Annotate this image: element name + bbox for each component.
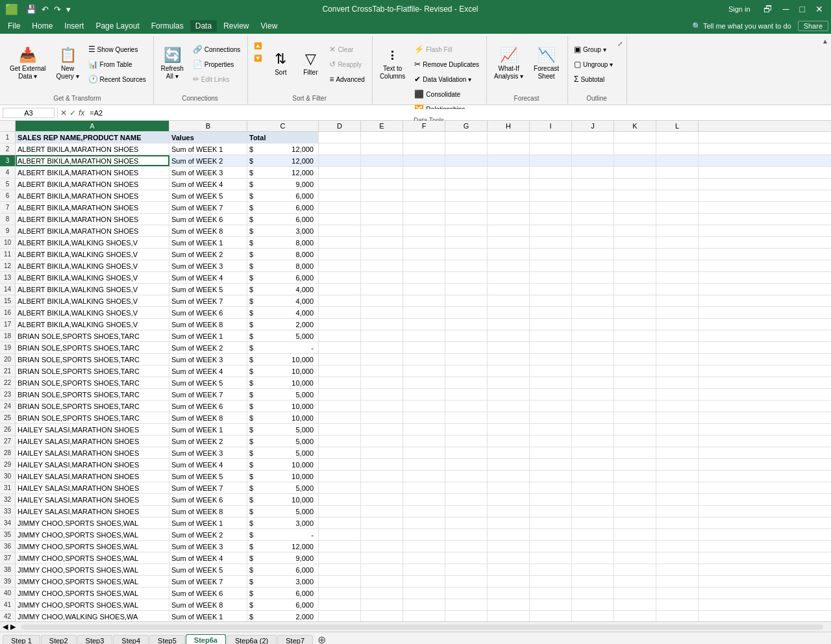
cell-B29[interactable]: Sum of WEEK 4 — [169, 459, 247, 470]
cell-D16[interactable] — [319, 307, 361, 318]
cell-E14[interactable] — [361, 284, 403, 295]
cell-I19[interactable] — [530, 342, 572, 353]
cell-E6[interactable] — [361, 190, 403, 201]
row-num-33[interactable]: 33 — [0, 506, 15, 517]
row-num-38[interactable]: 38 — [0, 564, 15, 576]
scroll-area[interactable]: ◀ ▶ — [0, 621, 831, 632]
cell-B6[interactable]: Sum of WEEK 5 — [169, 190, 247, 201]
row-num-40[interactable]: 40 — [0, 588, 15, 599]
cell-G32[interactable] — [445, 494, 488, 505]
cell-H23[interactable] — [488, 389, 530, 400]
ungroup-button[interactable]: ▢ Ungroup ▾ — [571, 58, 616, 71]
cell-K16[interactable] — [614, 307, 656, 318]
cell-C23[interactable]: $5,000 — [247, 389, 319, 400]
cell-A11[interactable]: ALBERT BIKILA,WALKING SHOES,V — [16, 249, 169, 260]
cell-G2[interactable] — [445, 143, 488, 155]
cell-A22[interactable]: BRIAN SOLE,SPORTS SHOES,TARC — [16, 377, 169, 388]
formula-input[interactable] — [87, 109, 828, 117]
cell-G39[interactable] — [445, 576, 488, 587]
cell-F13[interactable] — [403, 272, 445, 283]
cell-D32[interactable] — [319, 494, 361, 505]
cell-D27[interactable] — [319, 436, 361, 447]
cell-G26[interactable] — [445, 424, 488, 435]
cell-G11[interactable] — [445, 249, 488, 260]
cell-F10[interactable] — [403, 237, 445, 248]
cell-F14[interactable] — [403, 284, 445, 295]
cell-L4[interactable] — [656, 167, 699, 178]
cell-J29[interactable] — [572, 459, 614, 470]
cell-J3[interactable] — [572, 155, 614, 166]
cell-G7[interactable] — [445, 202, 488, 213]
cell-B12[interactable]: Sum of WEEK 3 — [169, 260, 247, 271]
col-header-H[interactable]: H — [488, 121, 530, 131]
cell-J1[interactable] — [572, 132, 614, 143]
text-to-columns-button[interactable]: ⫶ Text toColumns — [375, 38, 410, 90]
cell-D40[interactable] — [319, 588, 361, 599]
cell-J4[interactable] — [572, 167, 614, 178]
cell-B42[interactable]: Sum of WEEK 1 — [169, 611, 247, 621]
cell-J24[interactable] — [572, 401, 614, 412]
cell-D26[interactable] — [319, 424, 361, 435]
cell-C28[interactable]: $5,000 — [247, 447, 319, 458]
cell-K39[interactable] — [614, 576, 656, 587]
cell-H42[interactable] — [488, 611, 530, 621]
cell-E7[interactable] — [361, 202, 403, 213]
sheet-tab-step-1[interactable]: Step 1 — [3, 635, 40, 644]
row-num-5[interactable]: 5 — [0, 179, 15, 190]
cell-I34[interactable] — [530, 517, 572, 528]
cell-J33[interactable] — [572, 506, 614, 517]
cell-K35[interactable] — [614, 529, 656, 540]
cell-B7[interactable]: Sum of WEEK 7 — [169, 202, 247, 213]
cell-H7[interactable] — [488, 202, 530, 213]
show-queries-button[interactable]: ☰ Show Queries — [85, 43, 149, 56]
cell-J35[interactable] — [572, 529, 614, 540]
row-num-10[interactable]: 10 — [0, 237, 15, 249]
cell-C34[interactable]: $3,000 — [247, 517, 319, 528]
cell-B31[interactable]: Sum of WEEK 7 — [169, 482, 247, 493]
cell-I2[interactable] — [530, 143, 572, 155]
cell-F41[interactable] — [403, 599, 445, 610]
cell-A9[interactable]: ALBERT BIKILA,MARATHON SHOES — [16, 225, 169, 236]
cell-F17[interactable] — [403, 319, 445, 330]
cell-A13[interactable]: ALBERT BIKILA,WALKING SHOES,V — [16, 272, 169, 283]
cell-I15[interactable] — [530, 295, 572, 306]
cell-C22[interactable]: $10,000 — [247, 377, 319, 388]
cell-B41[interactable]: Sum of WEEK 8 — [169, 599, 247, 610]
row-num-1[interactable]: 1 — [0, 132, 15, 143]
cell-K24[interactable] — [614, 401, 656, 412]
cell-E8[interactable] — [361, 214, 403, 225]
cell-J39[interactable] — [572, 576, 614, 587]
cell-G6[interactable] — [445, 190, 488, 201]
cell-B3[interactable]: Sum of WEEK 2 — [169, 155, 247, 166]
cell-A1[interactable]: SALES REP NAME,PRODUCT NAME — [16, 132, 169, 143]
cell-D12[interactable] — [319, 260, 361, 271]
row-num-21[interactable]: 21 — [0, 365, 15, 377]
cell-F2[interactable] — [403, 143, 445, 155]
cell-A24[interactable]: BRIAN SOLE,SPORTS SHOES,TARC — [16, 401, 169, 412]
cell-I41[interactable] — [530, 599, 572, 610]
menu-page-layout[interactable]: Page Layout — [90, 20, 144, 32]
cell-B8[interactable]: Sum of WEEK 6 — [169, 214, 247, 225]
cell-H6[interactable] — [488, 190, 530, 201]
restore-down-icon[interactable]: 🗗 — [761, 4, 775, 14]
cell-G3[interactable] — [445, 155, 488, 166]
cell-B30[interactable]: Sum of WEEK 5 — [169, 471, 247, 482]
cell-I13[interactable] — [530, 272, 572, 283]
cell-A25[interactable]: BRIAN SOLE,SPORTS SHOES,TARC — [16, 412, 169, 423]
row-num-15[interactable]: 15 — [0, 295, 15, 307]
cell-E38[interactable] — [361, 564, 403, 575]
cell-D24[interactable] — [319, 401, 361, 412]
cell-L14[interactable] — [656, 284, 699, 295]
cell-D38[interactable] — [319, 564, 361, 575]
cell-C13[interactable]: $6,000 — [247, 272, 319, 283]
col-header-E[interactable]: E — [361, 121, 403, 131]
cell-C35[interactable]: $- — [247, 529, 319, 540]
cell-K20[interactable] — [614, 354, 656, 365]
cell-H38[interactable] — [488, 564, 530, 575]
cell-K25[interactable] — [614, 412, 656, 423]
cell-E9[interactable] — [361, 225, 403, 236]
cell-K17[interactable] — [614, 319, 656, 330]
cell-I17[interactable] — [530, 319, 572, 330]
cell-K5[interactable] — [614, 179, 656, 190]
cell-C26[interactable]: $5,000 — [247, 424, 319, 435]
